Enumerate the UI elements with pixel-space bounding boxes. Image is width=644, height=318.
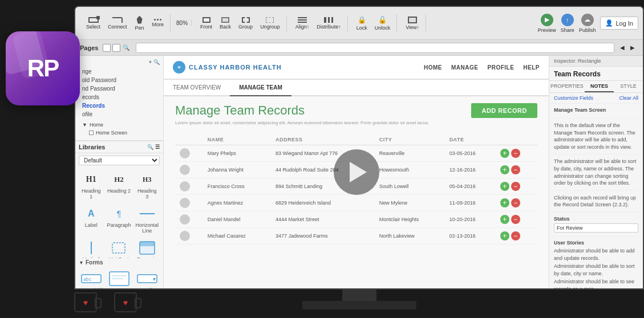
widget-paragraph[interactable]: ¶ Paragraph bbox=[106, 204, 132, 236]
widget-hotspot[interactable]: Hot Spot bbox=[106, 238, 132, 258]
share-button[interactable]: ↑ Share bbox=[561, 14, 574, 33]
heart-icon: ♥ bbox=[83, 298, 88, 307]
connect-tool[interactable]: Connect bbox=[105, 15, 130, 31]
pages-search[interactable]: 🔍 bbox=[153, 59, 160, 65]
align-btn[interactable]: Align↑ bbox=[293, 15, 313, 31]
add-row-btn[interactable]: + bbox=[500, 198, 509, 207]
clear-all-link[interactable]: Clear All bbox=[619, 95, 638, 101]
tab-notes[interactable]: NOTES bbox=[585, 81, 614, 92]
pages-icon2[interactable] bbox=[112, 44, 120, 52]
back-btn[interactable]: Back bbox=[217, 15, 234, 31]
group-btn[interactable]: Group bbox=[236, 15, 256, 31]
status-section: Status For Review bbox=[549, 213, 643, 237]
row-avatar-cell bbox=[175, 228, 203, 244]
row-date: 02-13-2016 bbox=[445, 228, 496, 244]
lib-search-icon[interactable]: 🔍 bbox=[147, 144, 153, 150]
login-button[interactable]: 👤 Log In bbox=[600, 17, 638, 30]
table-row[interactable]: Agnes Martinez 6829 Heidenreich Island N… bbox=[175, 195, 537, 211]
page-item-nge[interactable]: nge bbox=[79, 67, 160, 76]
proto-nav-links: HOME MANAGE PROFILE HELP bbox=[424, 64, 540, 71]
preview-icon: ▶ bbox=[541, 14, 553, 26]
add-row-btn[interactable]: + bbox=[500, 231, 509, 240]
publish-button[interactable]: ☁ Publish bbox=[579, 14, 596, 33]
connect-label: Connect bbox=[108, 24, 127, 30]
col-date[interactable]: DATE bbox=[445, 134, 496, 145]
view-btn[interactable]: View↑ bbox=[403, 15, 422, 32]
widget-textarea[interactable]: Text Area bbox=[107, 269, 132, 288]
pages-add[interactable]: + bbox=[149, 59, 152, 65]
remove-row-btn[interactable]: − bbox=[511, 149, 520, 158]
lock-btn[interactable]: 🔒Lock bbox=[354, 14, 370, 32]
pages-icon[interactable] bbox=[103, 44, 111, 52]
widget-label[interactable]: A Label bbox=[79, 204, 103, 236]
widget-h3[interactable]: H3 Heading 3 bbox=[134, 170, 160, 202]
remove-row-btn[interactable]: − bbox=[511, 198, 520, 207]
navigate-forward[interactable]: ▶ bbox=[630, 44, 638, 52]
customize-fields-link[interactable]: Customize Fields bbox=[554, 95, 593, 101]
pen-tool[interactable]: Pen bbox=[132, 14, 148, 32]
widget-hline-label: Horizontal Line bbox=[135, 222, 159, 234]
search-icon[interactable]: 🔍 bbox=[122, 44, 130, 52]
main-area: + 🔍 nge old Password nd Password ecords … bbox=[75, 56, 643, 288]
widget-h2[interactable]: H2 Heading 2 bbox=[106, 170, 132, 202]
widget-hline[interactable]: Horizontal Line bbox=[134, 204, 160, 236]
widget-textfield[interactable]: abc Text Field bbox=[79, 269, 104, 288]
front-btn[interactable]: Front bbox=[197, 15, 215, 31]
table-row[interactable]: Daniel Mandel 4444 Market Street Montcla… bbox=[175, 211, 537, 228]
col-address[interactable]: ADDRESS bbox=[271, 134, 375, 145]
status-select[interactable]: For Review bbox=[554, 223, 638, 233]
add-record-button[interactable]: ADD RECORD bbox=[471, 103, 537, 118]
page-item-old-pass[interactable]: old Password bbox=[79, 76, 160, 84]
add-row-btn[interactable]: + bbox=[500, 165, 509, 174]
nav-profile[interactable]: PROFILE bbox=[487, 64, 514, 71]
nav-manage[interactable]: MANAGE bbox=[451, 64, 478, 71]
tree-home-screen[interactable]: Home Screen bbox=[79, 129, 160, 137]
user-stories-section: User Stories Administrator should be abl… bbox=[549, 237, 643, 288]
lib-menu-icon[interactable]: ☰ bbox=[155, 144, 160, 150]
play-button[interactable] bbox=[334, 149, 379, 195]
widget-dynpanel[interactable]: Dynamic Panel bbox=[134, 238, 160, 258]
add-row-btn[interactable]: + bbox=[500, 149, 509, 158]
add-row-btn[interactable]: + bbox=[500, 182, 509, 191]
app-window: Select Connect Pen More 80% bbox=[75, 7, 643, 288]
widget-droplist[interactable]: Droplist bbox=[134, 269, 160, 288]
tab-style[interactable]: STYLE bbox=[614, 81, 643, 92]
forms-header: ▼ Forms bbox=[75, 258, 163, 267]
widget-vline[interactable]: Vertical Line bbox=[79, 238, 103, 258]
tab-properties[interactable]: PROPERTIES bbox=[549, 81, 585, 92]
widget-droplist-label: Droplist bbox=[138, 287, 156, 288]
remove-row-btn[interactable]: − bbox=[511, 182, 520, 191]
select-tool[interactable]: Select bbox=[83, 15, 103, 31]
tab-team-overview[interactable]: TEAM OVERVIEW bbox=[164, 80, 230, 96]
svg-rect-3 bbox=[112, 243, 125, 253]
col-city[interactable]: CITY bbox=[375, 134, 445, 145]
page-tab-input[interactable]: Manage Records bbox=[136, 43, 614, 53]
more-tool[interactable]: More bbox=[149, 17, 167, 29]
widget-label-label: Label bbox=[85, 222, 98, 228]
preview-button[interactable]: ▶ Preview bbox=[538, 14, 556, 33]
add-row-btn[interactable]: + bbox=[500, 215, 509, 224]
page-item-nd-pass[interactable]: nd Password bbox=[79, 84, 160, 93]
nav-help[interactable]: HELP bbox=[523, 64, 540, 71]
page-item-ofile[interactable]: ofile bbox=[79, 110, 160, 119]
zoom-value: 80% bbox=[176, 20, 188, 26]
nav-home[interactable]: HOME bbox=[424, 64, 442, 71]
widget-grid: H1 Heading 1 H2 Heading 2 H3 Heading 3 bbox=[75, 168, 163, 258]
col-name[interactable]: NAME bbox=[203, 134, 271, 145]
navigate-back[interactable]: ◀ bbox=[620, 44, 628, 52]
tree-home[interactable]: ▼ Home bbox=[79, 121, 160, 129]
page-item-ecords[interactable]: ecords bbox=[79, 93, 160, 101]
distribute-btn[interactable]: Distribute↑ bbox=[314, 15, 344, 31]
libraries-dropdown[interactable]: Default bbox=[79, 156, 160, 165]
tab-manage-team[interactable]: MANAGE TEAM bbox=[230, 80, 291, 96]
ungroup-btn[interactable]: Ungroup bbox=[257, 15, 283, 31]
remove-row-btn[interactable]: − bbox=[511, 165, 520, 174]
remove-row-btn[interactable]: − bbox=[511, 215, 520, 224]
remove-row-btn[interactable]: − bbox=[511, 231, 520, 240]
widget-h1[interactable]: H1 Heading 1 bbox=[79, 170, 103, 202]
row-city: New Mylene bbox=[375, 195, 445, 211]
row-actions: + − bbox=[496, 145, 537, 162]
table-row[interactable]: Michael Casarez 3477 Jadewood Farms Nort… bbox=[175, 228, 537, 244]
unlock-btn[interactable]: 🔓Unlock bbox=[372, 14, 394, 32]
page-item-records[interactable]: Records bbox=[79, 101, 160, 110]
